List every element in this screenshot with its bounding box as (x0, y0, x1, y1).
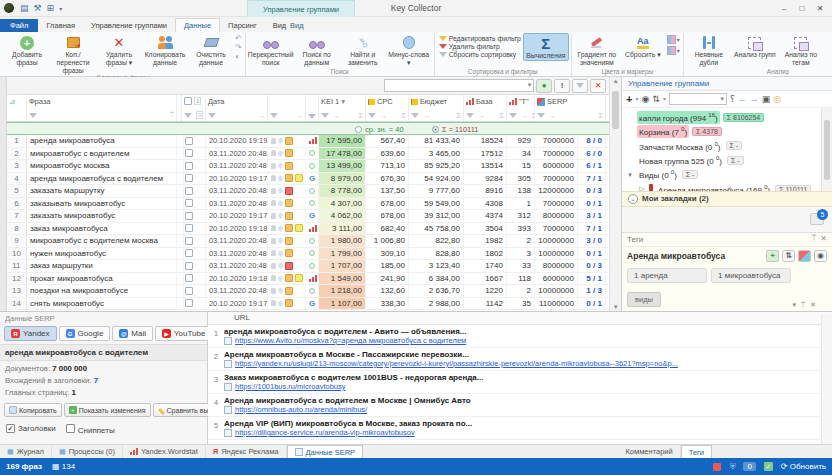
col-base[interactable]: База →Σ (464, 95, 507, 121)
row-checkbox[interactable] (182, 223, 206, 235)
col-t[interactable]: "Т" →Σ (507, 95, 535, 121)
bookmarks-section[interactable]: ⌄ Мои закладки (2) (622, 191, 832, 207)
panel-tab-теги[interactable]: Теги (681, 445, 712, 458)
group-tree-item[interactable]: капли города (994 16)Σ 8106254 (622, 110, 832, 124)
add-group-icon[interactable]: + (626, 94, 632, 105)
result-url[interactable]: https://diligance-service.ru/arenda-vip-… (224, 428, 828, 437)
url-result-item[interactable]: 4Аренда микроавтобуса с водителем в Моск… (208, 394, 832, 417)
save-view-icon[interactable]: ▣ (762, 95, 771, 104)
filter-options-button[interactable] (572, 79, 588, 93)
group-tree-item[interactable]: Корзина (7 0)Σ 4378 (622, 124, 832, 138)
ribbon-button[interactable]: ⚷Найти и заменить (340, 33, 386, 67)
table-row[interactable]: 12прокат микроавтобуса20.10.2020 19:18:2… (7, 273, 609, 286)
ribbon-button[interactable]: Перекрестный поиск (248, 33, 294, 67)
ribbon-stack-button[interactable]: Сбросить сортировку (439, 51, 521, 58)
pin-icon[interactable]: ⍑ (811, 234, 816, 244)
ribbon-button[interactable]: Поиск по данным (294, 33, 340, 67)
serp-button[interactable]: Копировать (4, 403, 62, 417)
ribbon-button[interactable]: ✕Удалить фразы ▾ (96, 33, 142, 67)
group-tree-item[interactable]: Запчасти Москва (0 0)Σ - (622, 139, 832, 153)
maximize-button[interactable]: □ (794, 2, 810, 15)
url-result-item[interactable]: 5Аренда VIP (ВИП) микроавтобуса в Москве… (208, 417, 832, 440)
add-group-dropdown-icon[interactable]: ▾ (635, 96, 638, 102)
serp-tab-google[interactable]: GGoogle (59, 326, 111, 341)
serp-tab-yandex[interactable]: ЯYandex (4, 326, 57, 341)
clear-filter-button[interactable]: ✕ (590, 79, 606, 93)
avg-radio[interactable] (355, 126, 362, 133)
row-checkbox[interactable] (182, 148, 206, 160)
pin-icon[interactable]: ⍑ (170, 111, 174, 119)
table-row[interactable]: 10нужен микроавтобус03.11.2020 20:48:421… (7, 248, 609, 261)
tools-icon[interactable]: ⚒ (34, 3, 42, 13)
bottom-tab[interactable]: ▦Процессы (0) (52, 445, 123, 458)
help-icon[interactable]: ؟ (730, 95, 735, 104)
minimize-button[interactable]: – (776, 2, 792, 15)
group-search-combobox[interactable] (669, 93, 727, 105)
groups-scrollbar[interactable] (821, 108, 832, 191)
ribbon-button[interactable]: KEI (824, 33, 832, 59)
serp-tab-youtube[interactable]: ▶YouTube (155, 326, 212, 341)
apply-filter-button[interactable]: ● (536, 79, 552, 93)
url-result-item[interactable]: 3Заказ микроавтобуса с водителем 1001BUS… (208, 371, 832, 394)
row-checkbox[interactable] (182, 260, 206, 272)
ribbon-button[interactable]: Анализ по тегам (778, 33, 824, 67)
table-row[interactable]: 13поездки на микроавтобусе03.11.2020 20:… (7, 285, 609, 298)
mini-icon[interactable]: ↷ (235, 44, 242, 52)
serp-checkbox[interactable]: Сниппеты (66, 424, 115, 435)
table-row[interactable]: 9микроавтобус с водителем москва03.11.20… (7, 235, 609, 248)
filter-icon[interactable] (29, 113, 37, 118)
group-tag-button[interactable]: виды (627, 292, 661, 307)
grid-icon[interactable]: ⊞ (47, 3, 55, 13)
collapsed-icon[interactable]: ▷ (638, 185, 646, 190)
result-url[interactable]: https://1001bus.ru/microavtobusy (224, 382, 828, 391)
chevron-down-icon[interactable]: ⌄ (628, 194, 638, 204)
sum-radio[interactable] (432, 126, 439, 133)
col-cpc[interactable]: CPC →Σ (366, 95, 409, 121)
table-row[interactable]: 1аренда микроавтобуса20.10.2020 19:19:10… (7, 135, 609, 148)
expanded-icon[interactable]: ▾ (626, 171, 634, 179)
qat-more-icon[interactable]: ▾ (59, 5, 62, 12)
col-markers[interactable]: → (268, 95, 306, 121)
table-row[interactable]: 4аренда микроавтобуса с водителем20.10.2… (7, 173, 609, 186)
sort-dropdown-icon[interactable]: ▾ (663, 96, 666, 102)
groups-panel-header[interactable]: Управление группами (622, 77, 832, 91)
col-checkbox[interactable]: 1 0 (182, 95, 206, 121)
tag-target-button[interactable]: ◉ (814, 250, 827, 262)
group-tree-item[interactable]: ▷Аренда микроавтобуса (169 0)Σ 110111 (622, 182, 832, 191)
tag-colors-button[interactable] (798, 250, 811, 262)
palette-button[interactable]: ▾ (667, 35, 680, 44)
sort-tags-button[interactable]: ⇅ (782, 250, 795, 262)
table-row[interactable]: 8заказ микроавтобуса20.10.2020 19:18:233… (7, 223, 609, 236)
ribbon-tab-данные[interactable]: Данные (175, 18, 220, 32)
col-kei[interactable]: KEI 1 ▾ →Σ (319, 95, 366, 121)
ribbon-button[interactable]: Клонировать данные (142, 33, 188, 67)
ribbon-stack-button[interactable]: Удалить фильтр (439, 43, 521, 50)
url-result-item[interactable]: 1аренда микроавтобуса с водителем - Авит… (208, 325, 832, 348)
ribbon-button[interactable]: Градиент по значениям (574, 33, 620, 67)
bottom-tab[interactable]: Yandex.Wordstat (123, 445, 206, 458)
row-checkbox[interactable] (182, 210, 206, 222)
table-scrollbar[interactable]: ▲ ▼ (609, 77, 621, 311)
palette-button[interactable]: ▾ (667, 46, 680, 55)
col-serp[interactable]: SERP →Σ (535, 95, 606, 121)
close-icon[interactable]: ✕ (810, 301, 816, 309)
result-url[interactable]: https://omnibus-auto.ru/arenda/minibus/ (224, 405, 828, 414)
close-button[interactable]: ✕ (812, 2, 828, 15)
col-rownum[interactable]: ⊿ (7, 95, 27, 121)
col-status[interactable] (306, 95, 319, 121)
bottom-tab[interactable]: ЯЯндекс Реклама (206, 445, 287, 458)
panel-tab-комментарий[interactable]: Комментарий (618, 445, 680, 458)
ribbon-button[interactable]: Анализ групп (732, 33, 778, 59)
row-checkbox[interactable] (182, 198, 206, 210)
ribbon-button[interactable]: AaСбросить ▾ (620, 33, 666, 59)
eye-icon[interactable]: ◉ (642, 95, 650, 104)
col-date[interactable]: Дата → (206, 95, 268, 121)
ribbon-button[interactable]: ΣВычисления (523, 33, 569, 61)
row-checkbox[interactable] (182, 298, 206, 310)
serp-tab-mail[interactable]: @Mail (112, 326, 153, 341)
ribbon-button[interactable]: Минус-слова ▾ (386, 33, 432, 67)
refresh-button[interactable]: ⟳ Обновить (781, 462, 826, 471)
row-checkbox[interactable] (182, 285, 206, 297)
add-tag-button[interactable]: + (766, 250, 779, 262)
table-row[interactable]: 14снять микроавтобус20.10.2020 19:17:13G… (7, 298, 609, 311)
